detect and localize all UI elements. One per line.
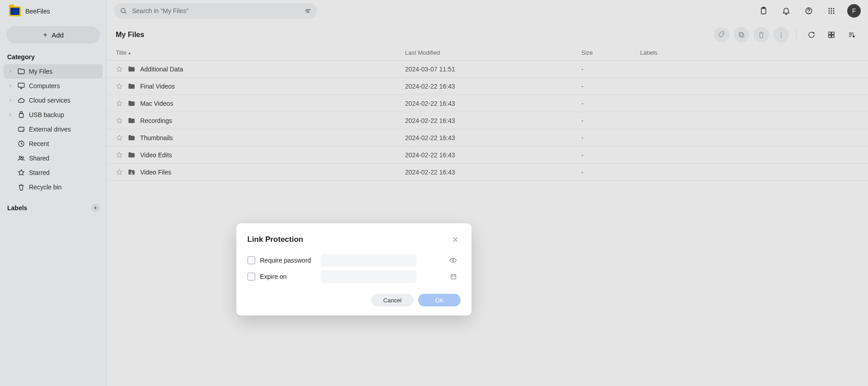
expire-on-checkbox[interactable] [247, 273, 255, 281]
eye-icon [449, 256, 457, 264]
modal-footer: Cancel OK [247, 294, 461, 306]
link-protection-modal: Link Protection Require password Expire … [236, 223, 472, 315]
require-password-label: Require password [260, 257, 311, 264]
modal-close-button[interactable] [450, 234, 461, 245]
require-password-row: Require password [247, 254, 461, 267]
modal-header: Link Protection [247, 234, 461, 245]
toggle-password-visibility[interactable] [449, 256, 457, 264]
ok-button[interactable]: OK [418, 294, 461, 306]
open-date-picker[interactable] [450, 273, 457, 280]
expire-on-label: Expire on [260, 273, 287, 280]
password-input[interactable] [321, 254, 417, 267]
close-icon [452, 236, 459, 243]
require-password-checkbox[interactable] [247, 256, 255, 264]
modal-overlay[interactable] [0, 0, 868, 386]
cancel-button[interactable]: Cancel [371, 294, 414, 306]
calendar-icon [450, 273, 457, 280]
expire-on-row: Expire on [247, 270, 461, 283]
modal-title: Link Protection [247, 235, 303, 244]
expire-date-input[interactable] [321, 270, 417, 283]
